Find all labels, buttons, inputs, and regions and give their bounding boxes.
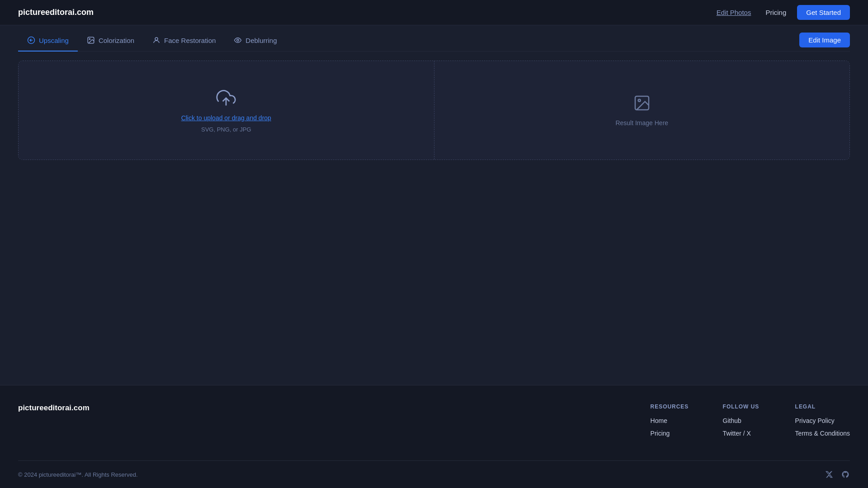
upscaling-icon (27, 36, 35, 44)
nav-pricing[interactable]: Pricing (765, 9, 786, 16)
site-logo: pictureeditorai.com (18, 8, 94, 17)
svg-point-3 (89, 38, 90, 39)
tab-colorization-label: Colorization (99, 37, 134, 44)
colorization-icon (87, 36, 95, 44)
tab-colorization[interactable]: Colorization (78, 29, 143, 52)
footer-follow-title: FOLLOW US (723, 404, 777, 410)
footer-follow-col: FOLLOW US Github Twitter / X (723, 404, 777, 442)
footer-bottom: © 2024 pictureeditorai™. All Rights Rese… (18, 460, 850, 488)
footer-link-pricing[interactable]: Pricing (651, 430, 705, 437)
tab-face-restoration[interactable]: Face Restoration (143, 29, 225, 52)
edit-image-button[interactable]: Edit Image (799, 33, 850, 47)
footer-legal-col: LEGAL Privacy Policy Terms & Conditions (795, 404, 850, 442)
nav-edit-photos[interactable]: Edit Photos (717, 9, 751, 16)
footer-link-twitter[interactable]: Twitter / X (723, 430, 777, 437)
footer-link-terms[interactable]: Terms & Conditions (795, 430, 850, 437)
result-image-icon (633, 94, 651, 114)
footer-link-home[interactable]: Home (651, 417, 705, 424)
tab-face-restoration-label: Face Restoration (164, 37, 216, 44)
footer-resources-col: RESOURCES Home Pricing (651, 404, 705, 442)
upload-panel[interactable]: Click to upload or drag and drop SVG, PN… (19, 61, 434, 160)
tabs-bar: Upscaling Colorization Face Restorati (18, 25, 850, 52)
svg-point-8 (638, 99, 640, 102)
footer: pictureeditorai.com RESOURCES Home Prici… (0, 385, 868, 488)
main-nav: Edit Photos Pricing (717, 9, 787, 16)
svg-point-4 (155, 38, 158, 40)
upload-format-label: SVG, PNG, or JPG (201, 126, 251, 133)
workspace: Click to upload or drag and drop SVG, PN… (18, 61, 850, 160)
tab-deblurring[interactable]: Deblurring (225, 29, 286, 52)
footer-social-links (825, 470, 850, 479)
footer-logo: pictureeditorai.com (18, 404, 90, 442)
face-restoration-icon (152, 36, 160, 44)
tab-upscaling-label: Upscaling (39, 37, 69, 44)
footer-resources-title: RESOURCES (651, 404, 705, 410)
tab-deblurring-label: Deblurring (245, 37, 277, 44)
tab-upscaling[interactable]: Upscaling (18, 29, 78, 52)
result-text-label: Result Image Here (615, 119, 668, 127)
header: pictureeditorai.com Edit Photos Pricing … (0, 0, 868, 25)
get-started-button[interactable]: Get Started (797, 5, 850, 20)
social-github-icon[interactable] (841, 470, 850, 479)
upload-click-label[interactable]: Click to upload (181, 114, 223, 122)
footer-link-github[interactable]: Github (723, 417, 777, 424)
result-panel: Result Image Here (434, 61, 850, 160)
upload-cloud-icon (216, 88, 236, 110)
upload-or-label: or drag and drop (222, 114, 271, 122)
upload-text-primary: Click to upload or drag and drop (181, 114, 271, 122)
deblurring-icon (234, 36, 242, 44)
footer-legal-title: LEGAL (795, 404, 850, 410)
main-content: Upscaling Colorization Face Restorati (0, 25, 868, 385)
svg-point-5 (237, 39, 239, 42)
social-twitter-icon[interactable] (825, 470, 834, 479)
footer-link-privacy[interactable]: Privacy Policy (795, 417, 850, 424)
footer-copyright: © 2024 pictureeditorai™. All Rights Rese… (18, 471, 138, 478)
footer-top: pictureeditorai.com RESOURCES Home Prici… (18, 404, 850, 460)
